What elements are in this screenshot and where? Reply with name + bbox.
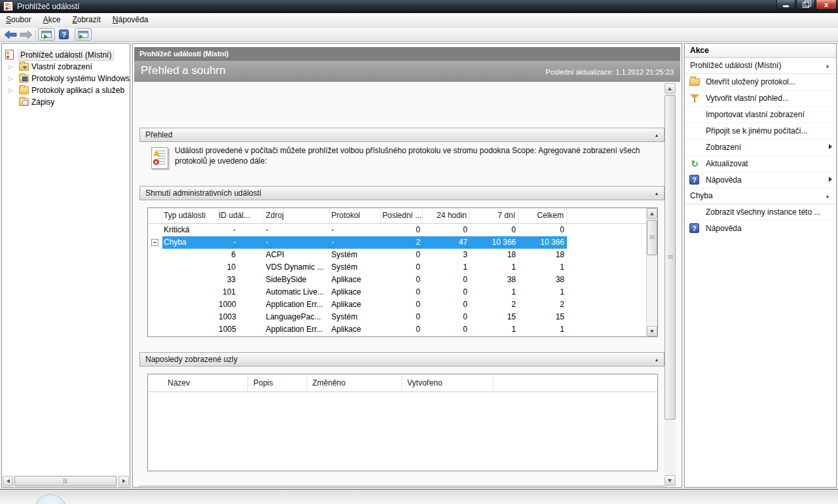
section-overview-header[interactable]: Přehled ▲ — [139, 128, 665, 142]
cell-source: ACPI — [264, 249, 330, 261]
table-row[interactable]: 1000Application Err...Aplikace0022 — [148, 298, 657, 311]
column-header-4[interactable]: Vytvořeno — [402, 374, 494, 391]
action-item-label: Otevřít uložený protokol... — [706, 77, 795, 86]
cell-log: Aplikace — [330, 323, 381, 336]
action-group-header-1[interactable]: Prohlížeč událostí (Místní)▲ — [685, 58, 836, 74]
forward-icon[interactable] — [20, 30, 33, 39]
table-row[interactable]: 101Automatic Live...Aplikace0011 — [148, 286, 657, 298]
scroll-right-button[interactable] — [118, 476, 129, 486]
action-item[interactable]: Zobrazit všechny instance této ... — [685, 204, 836, 220]
action-item[interactable]: ?Nápověda — [685, 220, 836, 236]
scroll-left-button[interactable] — [3, 476, 13, 486]
refresh-icon: ↻ — [689, 158, 700, 169]
column-header-total[interactable]: Celkem — [519, 208, 567, 223]
subscriptions-icon — [19, 98, 29, 106]
tree-horizontal-scrollbar[interactable] — [3, 476, 129, 486]
section-log-summary-header[interactable]: Shrnutí protokolu ▲ — [139, 486, 665, 487]
column-header-type[interactable]: Typ události — [162, 208, 219, 223]
cell-total: 0 — [519, 224, 567, 236]
cell-source: SideBySide — [264, 274, 330, 286]
scroll-thumb[interactable] — [647, 220, 657, 255]
tree-item-3[interactable]: ▷Protokoly aplikací a služeb — [2, 84, 130, 96]
cell-id: 33 — [219, 274, 264, 286]
column-header-id[interactable]: ID udál... — [219, 208, 264, 223]
action-item[interactable]: Vytvořit vlastní pohled... — [685, 90, 836, 106]
action-item[interactable]: Připojit se k jinému počítači... — [685, 122, 836, 139]
scroll-down-button[interactable] — [665, 475, 676, 486]
restore-button[interactable] — [796, 0, 815, 10]
column-header-log[interactable]: Protokol — [330, 208, 381, 223]
column-header-2[interactable]: Popis — [248, 374, 307, 391]
column-header-d7[interactable]: 7 dní — [470, 208, 519, 223]
menu-item-soubor[interactable]: Soubor — [0, 13, 37, 27]
minimize-button[interactable] — [776, 0, 795, 10]
tree-item-1[interactable]: ▷Vlastní zobrazení — [2, 61, 130, 73]
admin-table-scrollbar[interactable] — [646, 208, 657, 336]
row-expander-cell[interactable] — [148, 236, 162, 249]
scroll-thumb[interactable] — [14, 476, 117, 486]
cell-total: 10 366 — [519, 236, 567, 249]
action-item-label: Zobrazit všechny instance této ... — [706, 207, 820, 217]
row-expander-cell — [148, 224, 162, 236]
tree-root-event-viewer[interactable]: Prohlížeč událostí (Místní) — [2, 49, 130, 61]
column-header-1[interactable]: Název — [148, 374, 248, 391]
action-item[interactable]: Importovat vlastní zobrazení — [685, 106, 836, 122]
column-header-3[interactable]: Změněno — [307, 374, 402, 391]
column-header-last[interactable]: Poslední ... — [381, 208, 423, 223]
table-row[interactable]: 1005Application Err...Aplikace0011 — [148, 323, 657, 336]
admin-table-header: Typ událostiID udál...ZdrojProtokolPosle… — [148, 208, 657, 224]
section-recent-nodes-header[interactable]: Naposledy zobrazené uzly ▲ — [139, 352, 665, 367]
cell-type — [162, 261, 219, 274]
table-row[interactable]: 1003LanguagePac...Systém001515 — [148, 311, 657, 323]
collapse-icon[interactable]: ▲ — [823, 192, 832, 200]
table-row[interactable]: 6ACPISystém031818 — [148, 249, 657, 261]
scroll-up-button[interactable] — [665, 83, 676, 94]
column-header-source[interactable]: Zdroj — [264, 208, 330, 223]
screen: Prohlížeč událostí x SouborAkceZobrazitN… — [0, 0, 838, 504]
action-item[interactable]: Otevřít uložený protokol... — [685, 74, 836, 90]
help-toolbar-button[interactable]: ? — [59, 29, 69, 39]
show-action-pane-button[interactable] — [75, 28, 92, 41]
action-item[interactable]: ↻Aktualizovat — [685, 155, 836, 171]
cell-total: 15 — [519, 311, 567, 323]
cell-last: 2 — [381, 236, 423, 249]
scroll-up-button[interactable] — [647, 208, 657, 219]
scroll-thumb[interactable] — [665, 95, 676, 420]
table-row[interactable]: 10VDS Dynamic ...Systém0111 — [148, 261, 657, 274]
menu-item-zobrazit[interactable]: Zobrazit — [66, 13, 106, 27]
column-header-h24[interactable]: 24 hodin — [423, 208, 470, 223]
collapse-icon[interactable]: ▲ — [652, 131, 661, 139]
collapse-icon[interactable]: ▲ — [823, 62, 832, 70]
table-row[interactable]: Kritická---0000 — [148, 224, 657, 236]
scroll-down-button[interactable] — [647, 326, 657, 336]
tree-expander-icon[interactable]: ▷ — [9, 73, 15, 84]
action-item[interactable]: Zobrazení — [685, 139, 836, 155]
tree-expander-icon[interactable]: ▷ — [9, 61, 15, 73]
menu-item-akce[interactable]: Akce — [37, 13, 67, 27]
action-group-header-2[interactable]: Chyba▲ — [685, 188, 836, 204]
tree-item-4[interactable]: Zápisy — [2, 96, 130, 108]
tree-root-label: Prohlížeč událostí (Místní) — [18, 50, 114, 61]
collapse-row-icon[interactable] — [151, 239, 158, 246]
back-icon[interactable] — [4, 30, 17, 39]
cell-log: Systém — [330, 261, 381, 274]
cell-id: 1000 — [219, 298, 264, 311]
section-admin-summary-header[interactable]: Shrnutí administrativních událostí ▲ — [139, 186, 665, 200]
close-button[interactable]: x — [816, 0, 837, 10]
tree-expander-icon[interactable]: ▷ — [9, 84, 15, 96]
table-row[interactable]: Chyba---24710 36610 366 — [148, 236, 657, 249]
results-vertical-scrollbar[interactable] — [665, 83, 676, 486]
start-button[interactable] — [34, 494, 67, 504]
tree-item-2[interactable]: ▷Protokoly systému Windows — [2, 73, 130, 84]
action-item[interactable]: ?Nápověda — [685, 171, 836, 188]
cell-h24: 1 — [423, 261, 470, 274]
open-folder-icon — [689, 79, 701, 86]
collapse-icon[interactable]: ▲ — [652, 189, 661, 198]
cell-last: 0 — [381, 311, 423, 323]
show-console-tree-button[interactable] — [38, 28, 55, 41]
menu-item-nápověda[interactable]: Nápověda — [107, 13, 155, 27]
cell-h24: 0 — [423, 311, 470, 323]
actions-pane: Akce Prohlížeč událostí (Místní)▲Otevřít… — [684, 43, 837, 488]
collapse-icon[interactable]: ▲ — [652, 355, 661, 364]
table-row[interactable]: 33SideBySideAplikace003838 — [148, 274, 657, 286]
